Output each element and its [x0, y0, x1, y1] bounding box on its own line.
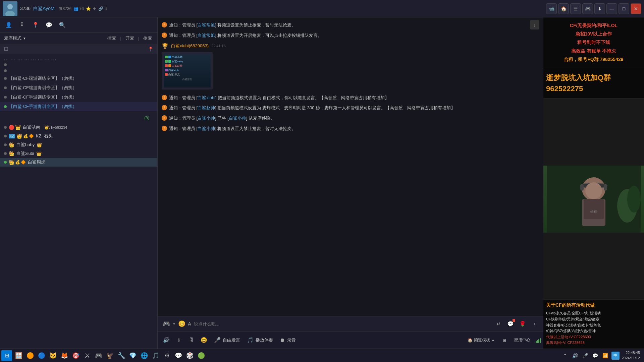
- emoji-btn[interactable]: 😄: [198, 336, 210, 345]
- game-btn[interactable]: 🎮: [582, 3, 593, 14]
- sys-icon-mic2[interactable]: 🎤: [581, 352, 589, 360]
- free-speech-btn[interactable]: 🎤 自由发言: [211, 336, 243, 345]
- svg-text:坐在: 坐在: [590, 209, 597, 213]
- channel-dot: [4, 96, 7, 99]
- music-btn[interactable]: 🎵 播放伴奏: [244, 336, 276, 345]
- scroll-down-btn[interactable]: ↓: [530, 20, 539, 29]
- svg-rect-9: [580, 184, 584, 191]
- search-icon[interactable]: 🔍: [58, 20, 67, 29]
- taskbar-icon-5[interactable]: 🎯: [70, 350, 81, 361]
- open-mic-btn[interactable]: 开麦: [124, 35, 136, 42]
- user-avatar[interactable]: [3, 1, 17, 16]
- sys-icon-up[interactable]: ⌃: [561, 352, 569, 360]
- member-online-dot: [4, 161, 7, 164]
- notice-link-3[interactable]: 白鲨xiubi: [198, 95, 215, 100]
- record-btn[interactable]: ⏺ 录音: [277, 336, 299, 345]
- chat-input[interactable]: [194, 321, 491, 326]
- channel-info: ⊞ 3736 👥 76 ⭐ ✈ 🔗 ℹ: [59, 6, 107, 11]
- ad-video-person: 坐在: [543, 166, 644, 233]
- notice-text-6: 通知：管理员 [白鲨小帅] 将频道设置为禁止抢麦，暂时无法抢麦。: [169, 125, 539, 132]
- enter-icon[interactable]: ↵: [494, 319, 503, 328]
- chat-messages[interactable]: ↓ ! 通知：管理员 [白鲨常旭] 将频道设置为禁止抢麦，暂时无法抢麦。 ! 通…: [158, 17, 543, 316]
- left-panel: 👤 🎙 📍 💬 🔍 麦序模式 ▼ 控麦 | 开麦 | 抢麦 ☐ 📍: [0, 17, 158, 349]
- emoji-face-icon[interactable]: 😊: [177, 319, 186, 328]
- member-name-1: KZ. 石头: [36, 133, 53, 139]
- notice-link-1[interactable]: 白鲨常旭: [198, 22, 215, 27]
- settings-btn[interactable]: 🎛: [186, 336, 197, 345]
- taskbar-icon-12[interactable]: 🎵: [150, 350, 161, 361]
- taskbar-icon-1[interactable]: 🟠: [25, 350, 36, 361]
- taskbar-icon-11[interactable]: 🌐: [139, 350, 150, 361]
- taskbar-icon-4[interactable]: 🦊: [59, 350, 70, 361]
- chat-icon[interactable]: 💬: [44, 20, 54, 29]
- grid-view-btn[interactable]: ⊞: [500, 337, 509, 344]
- maximize-btn[interactable]: □: [619, 3, 629, 14]
- channel-row-0[interactable]: 【白鲨·CF端游训练专区】（勿扰）: [0, 74, 157, 83]
- taskbar-icon-15[interactable]: 🎲: [184, 350, 195, 361]
- badge-kz: KZ: [9, 134, 15, 138]
- taskbar-icon-10[interactable]: 💎: [127, 350, 138, 361]
- start-button[interactable]: ⊞: [1, 350, 12, 361]
- more-icon[interactable]: ›: [530, 319, 539, 328]
- minimize-btn[interactable]: —: [606, 3, 617, 14]
- taskbar-icon-9[interactable]: 🔧: [116, 350, 127, 361]
- sys-icon-chat[interactable]: 💬: [591, 352, 599, 360]
- channel-row-2[interactable]: 【白鲨·CF手游训练专区】（勿扰）: [0, 93, 157, 102]
- member-item-4[interactable]: 👑 💰 🔶 白鲨周虎: [0, 158, 157, 167]
- member-item-2[interactable]: 👑 白鲨baby 👑: [0, 140, 157, 149]
- bottom-toolbar: 🔊 🎙 🎛 😄 🎤 自由发言 🎵 播放伴奏 ⏺ 录音: [158, 331, 543, 349]
- taskbar-icon-7[interactable]: 🎮: [93, 350, 104, 361]
- notice-link-4[interactable]: 白鲨赵帅: [198, 105, 215, 110]
- location-pin-icon[interactable]: 📍: [148, 47, 153, 52]
- game-pad-icon[interactable]: 🎮: [162, 319, 171, 328]
- taskbar-icon-3[interactable]: 🐱: [48, 350, 58, 361]
- app-center-btn[interactable]: 应用中心: [512, 336, 533, 344]
- channel-row-3[interactable]: 【白鲨·CF手游青训专区】（勿扰）: [0, 102, 157, 111]
- notice-link-2[interactable]: 白鲨常旭: [198, 33, 215, 38]
- sys-icon-zh[interactable]: 中: [611, 352, 620, 360]
- notice-link-5a[interactable]: 白鲨小帅: [198, 116, 215, 121]
- channel-row-empty1[interactable]: [0, 62, 157, 68]
- close-btn[interactable]: ✕: [631, 3, 641, 14]
- member-item-0[interactable]: 🔴 👑 白鲨洁南 👑: hy563234: [0, 123, 157, 132]
- mode-label[interactable]: 麦序模式 ▼: [4, 35, 26, 41]
- msg-header: 🏆 白鲨xiubi(6829063) 22:41:16: [162, 43, 539, 49]
- notice-link-5b[interactable]: 白鲨小帅: [229, 116, 246, 121]
- taskbar-icon-13[interactable]: ⚙: [162, 350, 172, 361]
- taskbar-icon-14[interactable]: 💬: [173, 350, 184, 361]
- taskbar-icon-6[interactable]: ⚔: [82, 350, 93, 361]
- mic-icon[interactable]: 🎙: [17, 20, 27, 29]
- comment-icon[interactable]: 💬: [506, 319, 515, 328]
- taskbar-icon-16[interactable]: 🟢: [196, 350, 207, 361]
- location-bar: ☐ 📍: [0, 44, 157, 54]
- sys-icon-speaker[interactable]: 🔊: [571, 352, 579, 360]
- video-btn[interactable]: 📹: [546, 3, 557, 14]
- taskbar-right: ⌃ 🔊 🎤 💬 📶 中 22:48:45 2024/11/12: [561, 350, 643, 361]
- taskbar-icon-2[interactable]: 🔵: [36, 350, 47, 361]
- notice-link-6[interactable]: 白鲨小帅: [198, 126, 215, 131]
- channel-row-1[interactable]: 【白鲨·CF端游青训专区】（勿扰）: [0, 83, 157, 93]
- location-icon[interactable]: 📍: [31, 20, 40, 29]
- system-clock: 22:48:45 2024/11/12: [622, 350, 640, 361]
- taskbar: ⊞ 🪟 🟠 🔵 🐱 🦊 🎯 ⚔ 🎮 🦅 🔧 💎 🌐 🎵 ⚙ 💬 🎲 🟢 ⌃ 🔊 …: [0, 349, 644, 362]
- flower-icon[interactable]: 🌹: [518, 319, 527, 328]
- mic-btn[interactable]: 🎙: [174, 336, 184, 345]
- profile-icon[interactable]: 👤: [4, 20, 13, 29]
- member-item-1[interactable]: KZ 👑 💰 🔶 KZ. 石头: [0, 132, 157, 140]
- grab-mic-btn[interactable]: 抢麦: [142, 35, 153, 42]
- home-btn[interactable]: 🏠: [558, 3, 569, 14]
- taskbar-icon-0[interactable]: 🪟: [13, 350, 24, 361]
- channel-row-empty2[interactable]: [0, 68, 157, 74]
- member-item-3[interactable]: 👑 白鲨xiubi 👑:: [0, 149, 157, 158]
- download-btn[interactable]: ⬇: [594, 3, 605, 14]
- channel-template-btn[interactable]: 🏠 频道模板 ▲: [465, 336, 497, 344]
- taskbar-icon-8[interactable]: 🦅: [105, 350, 115, 361]
- channel-dot-active: [4, 105, 7, 108]
- control-mic-btn[interactable]: 控麦: [106, 35, 117, 42]
- location-input[interactable]: [10, 47, 148, 52]
- dropdown-arrow[interactable]: ▼: [172, 322, 176, 326]
- sys-icon-wifi[interactable]: 📶: [601, 352, 609, 360]
- volume-btn[interactable]: 🔊: [160, 336, 172, 345]
- member-offline-dot: [4, 126, 7, 129]
- list-btn[interactable]: ☰: [570, 3, 581, 14]
